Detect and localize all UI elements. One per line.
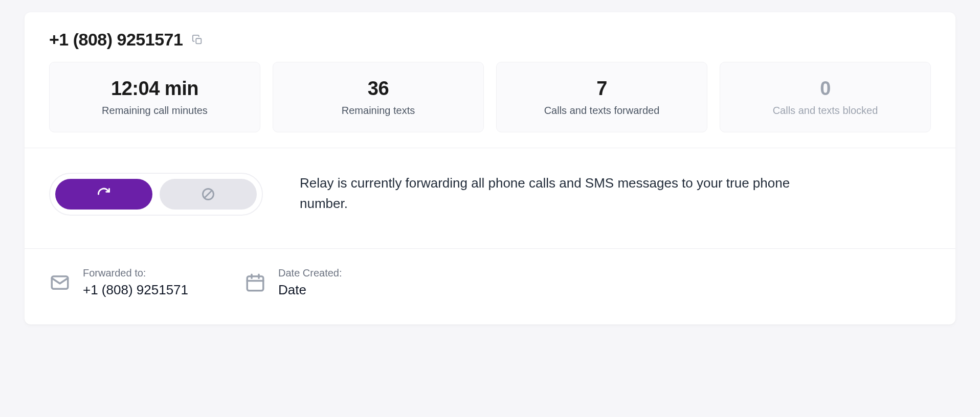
phone-relay-card: +1 (808) 9251571 12:04 min Remaining cal… [25,12,955,325]
stats-grid: 12:04 min Remaining call minutes 36 Rema… [25,62,955,148]
stat-label: Calls and texts blocked [773,105,878,117]
stat-remaining-texts: 36 Remaining texts [273,62,484,132]
svg-rect-4 [247,276,263,291]
stat-value: 0 [820,78,831,100]
detail-forwarded-to: Forwarded to: +1 (808) 9251571 [49,267,188,298]
stat-value: 12:04 min [111,78,198,100]
detail-text: Forwarded to: +1 (808) 9251571 [83,267,188,298]
forwarding-toggle [49,173,263,216]
block-mode-button[interactable] [160,179,257,210]
detail-date-created: Date Created: Date [244,267,342,298]
detail-text: Date Created: Date [278,267,342,298]
stat-blocked: 0 Calls and texts blocked [720,62,931,132]
detail-value: +1 (808) 9251571 [83,282,188,298]
copy-icon[interactable] [192,34,203,45]
forwarding-description: Relay is currently forwarding all phone … [300,173,811,214]
svg-rect-0 [196,38,202,43]
stat-value: 7 [596,78,607,100]
stat-value: 36 [368,78,389,100]
details-row: Forwarded to: +1 (808) 9251571 Date Crea… [25,249,955,325]
calendar-icon [244,272,266,293]
forwarding-toggle-section: Relay is currently forwarding all phone … [25,148,955,248]
header: +1 (808) 9251571 [25,12,955,62]
stat-label: Remaining texts [342,105,415,117]
detail-label: Date Created: [278,267,342,279]
block-icon [201,187,215,201]
stat-label: Remaining call minutes [102,105,208,117]
stat-remaining-minutes: 12:04 min Remaining call minutes [49,62,260,132]
detail-label: Forwarded to: [83,267,188,279]
phone-number-title: +1 (808) 9251571 [49,30,183,50]
forward-arrow-icon [97,187,111,201]
detail-value: Date [278,282,342,298]
svg-line-2 [205,191,212,198]
stat-label: Calls and texts forwarded [544,105,660,117]
stat-forwarded: 7 Calls and texts forwarded [496,62,707,132]
mail-icon [49,272,71,293]
forward-mode-button[interactable] [55,179,152,210]
